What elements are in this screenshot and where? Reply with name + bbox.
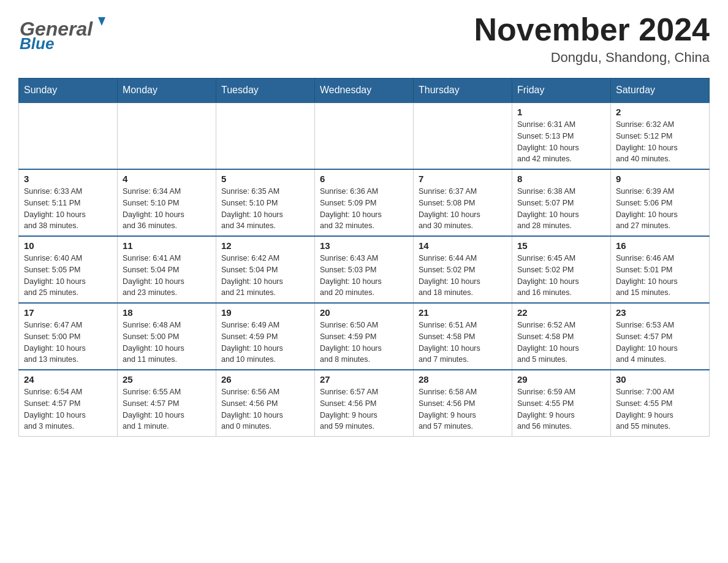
day-info: Sunrise: 6:32 AMSunset: 5:12 PMDaylight:… xyxy=(616,119,704,165)
day-number: 21 xyxy=(419,307,507,318)
day-info: Sunrise: 6:59 AMSunset: 4:55 PMDaylight:… xyxy=(517,386,605,432)
calendar-day-cell: 4Sunrise: 6:34 AMSunset: 5:10 PMDaylight… xyxy=(118,169,216,236)
day-number: 9 xyxy=(616,174,704,184)
day-info: Sunrise: 6:56 AMSunset: 4:56 PMDaylight:… xyxy=(221,386,309,432)
calendar-table: SundayMondayTuesdayWednesdayThursdayFrid… xyxy=(18,78,710,437)
calendar-day-cell: 19Sunrise: 6:49 AMSunset: 4:59 PMDayligh… xyxy=(216,303,315,370)
day-info: Sunrise: 6:49 AMSunset: 4:59 PMDaylight:… xyxy=(221,320,309,366)
day-info: Sunrise: 6:51 AMSunset: 4:58 PMDaylight:… xyxy=(419,320,507,366)
day-info: Sunrise: 6:52 AMSunset: 4:58 PMDaylight:… xyxy=(517,320,605,366)
day-number: 28 xyxy=(419,374,507,385)
day-info: Sunrise: 6:41 AMSunset: 5:04 PMDaylight:… xyxy=(123,253,211,299)
day-info: Sunrise: 6:38 AMSunset: 5:07 PMDaylight:… xyxy=(517,186,605,232)
day-number: 5 xyxy=(221,174,309,184)
page-header: General Blue November 2024 Dongdu, Shand… xyxy=(18,12,710,66)
day-number: 25 xyxy=(123,374,211,385)
day-info: Sunrise: 6:44 AMSunset: 5:02 PMDaylight:… xyxy=(419,253,507,299)
calendar-day-cell: 15Sunrise: 6:45 AMSunset: 5:02 PMDayligh… xyxy=(512,236,611,303)
day-info: Sunrise: 6:45 AMSunset: 5:02 PMDaylight:… xyxy=(517,253,605,299)
day-number: 13 xyxy=(320,240,408,251)
day-header-tuesday: Tuesday xyxy=(216,79,315,103)
day-header-monday: Monday xyxy=(118,79,216,103)
calendar-week-row: 3Sunrise: 6:33 AMSunset: 5:11 PMDaylight… xyxy=(19,169,710,236)
calendar-week-row: 17Sunrise: 6:47 AMSunset: 5:00 PMDayligh… xyxy=(19,303,710,370)
day-info: Sunrise: 6:46 AMSunset: 5:01 PMDaylight:… xyxy=(616,253,704,299)
title-section: November 2024 Dongdu, Shandong, China xyxy=(474,12,710,66)
calendar-day-cell: 18Sunrise: 6:48 AMSunset: 5:00 PMDayligh… xyxy=(118,303,216,370)
location-title: Dongdu, Shandong, China xyxy=(474,50,710,66)
calendar-day-cell: 14Sunrise: 6:44 AMSunset: 5:02 PMDayligh… xyxy=(414,236,512,303)
calendar-day-cell: 8Sunrise: 6:38 AMSunset: 5:07 PMDaylight… xyxy=(512,169,611,236)
calendar-day-cell xyxy=(315,102,414,169)
day-number: 30 xyxy=(616,374,704,385)
day-info: Sunrise: 6:33 AMSunset: 5:11 PMDaylight:… xyxy=(24,186,112,232)
logo: General Blue xyxy=(18,12,116,52)
calendar-day-cell: 21Sunrise: 6:51 AMSunset: 4:58 PMDayligh… xyxy=(414,303,512,370)
day-number: 22 xyxy=(517,307,605,318)
calendar-week-row: 24Sunrise: 6:54 AMSunset: 4:57 PMDayligh… xyxy=(19,370,710,437)
day-number: 23 xyxy=(616,307,704,318)
calendar-day-cell: 17Sunrise: 6:47 AMSunset: 5:00 PMDayligh… xyxy=(19,303,118,370)
day-number: 27 xyxy=(320,374,408,385)
day-info: Sunrise: 6:50 AMSunset: 4:59 PMDaylight:… xyxy=(320,320,408,366)
day-number: 3 xyxy=(24,174,112,184)
day-info: Sunrise: 6:57 AMSunset: 4:56 PMDaylight:… xyxy=(320,386,408,432)
calendar-day-cell: 7Sunrise: 6:37 AMSunset: 5:08 PMDaylight… xyxy=(414,169,512,236)
day-info: Sunrise: 6:31 AMSunset: 5:13 PMDaylight:… xyxy=(517,119,605,165)
day-info: Sunrise: 6:35 AMSunset: 5:10 PMDaylight:… xyxy=(221,186,309,232)
day-number: 16 xyxy=(616,240,704,251)
calendar-day-cell: 16Sunrise: 6:46 AMSunset: 5:01 PMDayligh… xyxy=(611,236,710,303)
day-info: Sunrise: 6:37 AMSunset: 5:08 PMDaylight:… xyxy=(419,186,507,232)
day-number: 20 xyxy=(320,307,408,318)
logo-svg: General Blue xyxy=(18,12,116,52)
day-number: 19 xyxy=(221,307,309,318)
day-info: Sunrise: 6:39 AMSunset: 5:06 PMDaylight:… xyxy=(616,186,704,232)
day-number: 14 xyxy=(419,240,507,251)
day-number: 4 xyxy=(123,174,211,184)
calendar-day-cell: 6Sunrise: 6:36 AMSunset: 5:09 PMDaylight… xyxy=(315,169,414,236)
day-number: 12 xyxy=(221,240,309,251)
calendar-day-cell: 2Sunrise: 6:32 AMSunset: 5:12 PMDaylight… xyxy=(611,102,710,169)
calendar-day-cell: 29Sunrise: 6:59 AMSunset: 4:55 PMDayligh… xyxy=(512,370,611,437)
calendar-day-cell: 27Sunrise: 6:57 AMSunset: 4:56 PMDayligh… xyxy=(315,370,414,437)
calendar-day-cell xyxy=(19,102,118,169)
day-header-wednesday: Wednesday xyxy=(315,79,414,103)
day-info: Sunrise: 6:48 AMSunset: 5:00 PMDaylight:… xyxy=(123,320,211,366)
day-info: Sunrise: 6:58 AMSunset: 4:56 PMDaylight:… xyxy=(419,386,507,432)
day-number: 26 xyxy=(221,374,309,385)
svg-marker-1 xyxy=(98,17,105,26)
day-info: Sunrise: 7:00 AMSunset: 4:55 PMDaylight:… xyxy=(616,386,704,432)
day-number: 17 xyxy=(24,307,112,318)
day-info: Sunrise: 6:36 AMSunset: 5:09 PMDaylight:… xyxy=(320,186,408,232)
calendar-day-cell: 28Sunrise: 6:58 AMSunset: 4:56 PMDayligh… xyxy=(414,370,512,437)
svg-text:Blue: Blue xyxy=(20,34,54,52)
calendar-day-cell: 3Sunrise: 6:33 AMSunset: 5:11 PMDaylight… xyxy=(19,169,118,236)
day-header-thursday: Thursday xyxy=(414,79,512,103)
day-number: 2 xyxy=(616,107,704,117)
day-number: 29 xyxy=(517,374,605,385)
day-info: Sunrise: 6:42 AMSunset: 5:04 PMDaylight:… xyxy=(221,253,309,299)
day-number: 8 xyxy=(517,174,605,184)
calendar-day-cell: 26Sunrise: 6:56 AMSunset: 4:56 PMDayligh… xyxy=(216,370,315,437)
day-info: Sunrise: 6:43 AMSunset: 5:03 PMDaylight:… xyxy=(320,253,408,299)
calendar-day-cell: 25Sunrise: 6:55 AMSunset: 4:57 PMDayligh… xyxy=(118,370,216,437)
calendar-day-cell xyxy=(118,102,216,169)
day-number: 1 xyxy=(517,107,605,117)
day-info: Sunrise: 6:34 AMSunset: 5:10 PMDaylight:… xyxy=(123,186,211,232)
day-number: 18 xyxy=(123,307,211,318)
day-info: Sunrise: 6:53 AMSunset: 4:57 PMDaylight:… xyxy=(616,320,704,366)
calendar-day-cell xyxy=(414,102,512,169)
calendar-day-cell: 24Sunrise: 6:54 AMSunset: 4:57 PMDayligh… xyxy=(19,370,118,437)
calendar-header-row: SundayMondayTuesdayWednesdayThursdayFrid… xyxy=(19,79,710,103)
calendar-day-cell: 20Sunrise: 6:50 AMSunset: 4:59 PMDayligh… xyxy=(315,303,414,370)
calendar-day-cell: 12Sunrise: 6:42 AMSunset: 5:04 PMDayligh… xyxy=(216,236,315,303)
day-number: 7 xyxy=(419,174,507,184)
day-header-sunday: Sunday xyxy=(19,79,118,103)
day-number: 11 xyxy=(123,240,211,251)
day-number: 24 xyxy=(24,374,112,385)
calendar-day-cell xyxy=(216,102,315,169)
day-number: 6 xyxy=(320,174,408,184)
calendar-day-cell: 1Sunrise: 6:31 AMSunset: 5:13 PMDaylight… xyxy=(512,102,611,169)
day-number: 10 xyxy=(24,240,112,251)
calendar-day-cell: 11Sunrise: 6:41 AMSunset: 5:04 PMDayligh… xyxy=(118,236,216,303)
